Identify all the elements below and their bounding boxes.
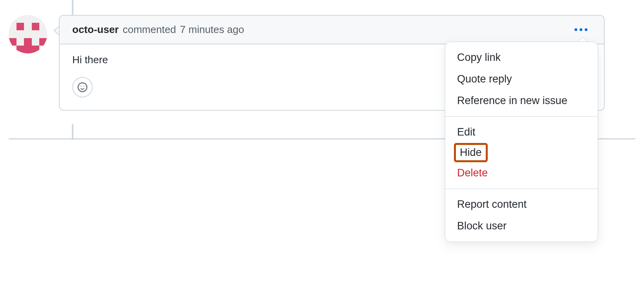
svg-point-0 — [78, 83, 87, 92]
avatar[interactable] — [9, 15, 47, 53]
menu-item-copy-link[interactable]: Copy link — [445, 47, 598, 68]
comment-header: octo-user commented 7 minutes ago — [60, 16, 604, 44]
svg-point-1 — [80, 86, 81, 87]
menu-divider — [445, 189, 598, 189]
kebab-menu-button[interactable] — [571, 24, 591, 35]
comment-actions-menu: Copy link Quote reply Reference in new i… — [445, 42, 598, 242]
kebab-icon — [574, 28, 577, 31]
smiley-icon — [77, 81, 88, 93]
menu-divider — [445, 116, 598, 117]
menu-item-reference-in-new-issue[interactable]: Reference in new issue — [445, 90, 598, 112]
menu-item-delete[interactable]: Delete — [445, 162, 598, 184]
comment-author[interactable]: octo-user — [72, 24, 119, 36]
kebab-icon — [580, 28, 582, 31]
comment-timestamp[interactable]: 7 minutes ago — [180, 24, 244, 36]
timeline-line-top — [72, 0, 73, 15]
menu-item-edit[interactable]: Edit — [445, 121, 598, 143]
menu-item-block-user[interactable]: Block user — [445, 215, 598, 237]
add-reaction-button[interactable] — [72, 77, 93, 97]
kebab-icon — [585, 28, 587, 31]
comment-action-label: commented — [123, 24, 176, 36]
menu-item-hide[interactable]: Hide — [454, 143, 488, 162]
menu-item-report-content[interactable]: Report content — [445, 194, 598, 215]
timeline-line-bottom — [72, 124, 73, 140]
menu-item-quote-reply[interactable]: Quote reply — [445, 68, 598, 90]
svg-point-2 — [84, 86, 84, 87]
